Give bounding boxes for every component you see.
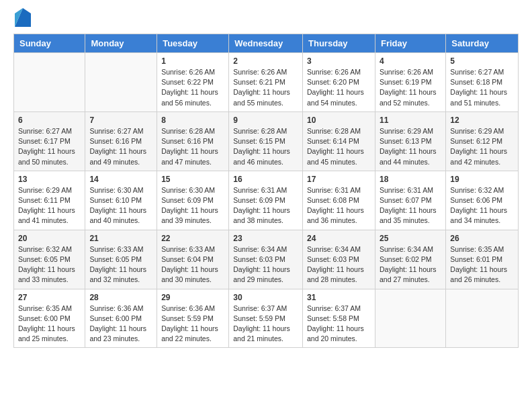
calendar-cell: 27Sunrise: 6:35 AM Sunset: 6:00 PM Dayli… <box>14 289 85 348</box>
calendar-cell: 13Sunrise: 6:29 AM Sunset: 6:11 PM Dayli… <box>14 171 85 230</box>
day-info: Sunrise: 6:31 AM Sunset: 6:08 PM Dayligh… <box>307 185 371 226</box>
day-info: Sunrise: 6:30 AM Sunset: 6:10 PM Dayligh… <box>89 185 152 226</box>
header-thursday: Thursday <box>303 34 375 53</box>
day-info: Sunrise: 6:31 AM Sunset: 6:07 PM Dayligh… <box>380 185 441 226</box>
calendar-cell: 15Sunrise: 6:30 AM Sunset: 6:09 PM Dayli… <box>157 171 229 230</box>
calendar-cell: 4Sunrise: 6:26 AM Sunset: 6:19 PM Daylig… <box>375 53 445 112</box>
header-friday: Friday <box>375 34 445 53</box>
day-info: Sunrise: 6:33 AM Sunset: 6:05 PM Dayligh… <box>89 244 152 285</box>
calendar-cell <box>14 53 85 112</box>
day-info: Sunrise: 6:26 AM Sunset: 6:21 PM Dayligh… <box>233 67 298 108</box>
calendar-cell <box>446 289 519 348</box>
calendar-cell <box>85 53 157 112</box>
day-number: 3 <box>307 56 371 66</box>
calendar-cell: 6Sunrise: 6:27 AM Sunset: 6:17 PM Daylig… <box>14 111 85 171</box>
day-number: 9 <box>233 116 298 125</box>
day-number: 12 <box>450 116 514 125</box>
day-info: Sunrise: 6:31 AM Sunset: 6:09 PM Dayligh… <box>233 185 298 226</box>
day-info: Sunrise: 6:34 AM Sunset: 6:03 PM Dayligh… <box>307 244 371 285</box>
day-info: Sunrise: 6:35 AM Sunset: 6:01 PM Dayligh… <box>450 244 514 285</box>
day-info: Sunrise: 6:33 AM Sunset: 6:04 PM Dayligh… <box>161 244 224 285</box>
logo <box>13 13 31 27</box>
day-info: Sunrise: 6:29 AM Sunset: 6:11 PM Dayligh… <box>18 185 81 226</box>
calendar-week-5: 27Sunrise: 6:35 AM Sunset: 6:00 PM Dayli… <box>14 289 519 348</box>
header-wednesday: Wednesday <box>229 34 303 53</box>
day-number: 4 <box>380 56 441 66</box>
day-info: Sunrise: 6:34 AM Sunset: 6:02 PM Dayligh… <box>380 244 441 285</box>
day-info: Sunrise: 6:37 AM Sunset: 5:58 PM Dayligh… <box>307 304 371 345</box>
day-info: Sunrise: 6:35 AM Sunset: 6:00 PM Dayligh… <box>18 304 81 345</box>
day-number: 6 <box>18 116 81 125</box>
calendar-cell: 26Sunrise: 6:35 AM Sunset: 6:01 PM Dayli… <box>446 230 519 289</box>
calendar-cell: 14Sunrise: 6:30 AM Sunset: 6:10 PM Dayli… <box>85 171 157 230</box>
day-number: 29 <box>161 293 224 302</box>
day-number: 13 <box>18 175 81 184</box>
calendar-cell: 25Sunrise: 6:34 AM Sunset: 6:02 PM Dayli… <box>375 230 445 289</box>
day-info: Sunrise: 6:36 AM Sunset: 6:00 PM Dayligh… <box>89 304 152 345</box>
calendar-cell: 19Sunrise: 6:32 AM Sunset: 6:06 PM Dayli… <box>446 171 519 230</box>
day-number: 7 <box>89 116 152 125</box>
logo-icon <box>15 8 31 27</box>
header-saturday: Saturday <box>446 34 519 53</box>
day-info: Sunrise: 6:28 AM Sunset: 6:15 PM Dayligh… <box>233 126 298 167</box>
day-number: 15 <box>161 175 224 184</box>
day-number: 23 <box>233 234 298 243</box>
day-number: 14 <box>89 175 152 184</box>
calendar-cell: 7Sunrise: 6:27 AM Sunset: 6:16 PM Daylig… <box>85 111 157 171</box>
day-number: 5 <box>450 56 514 66</box>
header-tuesday: Tuesday <box>157 34 229 53</box>
calendar-cell: 12Sunrise: 6:29 AM Sunset: 6:12 PM Dayli… <box>446 111 519 171</box>
day-info: Sunrise: 6:29 AM Sunset: 6:13 PM Dayligh… <box>380 126 441 167</box>
calendar-cell: 30Sunrise: 6:37 AM Sunset: 5:59 PM Dayli… <box>229 289 303 348</box>
calendar-cell: 9Sunrise: 6:28 AM Sunset: 6:15 PM Daylig… <box>229 111 303 171</box>
calendar-cell: 20Sunrise: 6:32 AM Sunset: 6:05 PM Dayli… <box>14 230 85 289</box>
calendar-cell: 3Sunrise: 6:26 AM Sunset: 6:20 PM Daylig… <box>303 53 375 112</box>
calendar-cell: 10Sunrise: 6:28 AM Sunset: 6:14 PM Dayli… <box>303 111 375 171</box>
day-info: Sunrise: 6:30 AM Sunset: 6:09 PM Dayligh… <box>161 185 224 226</box>
day-number: 31 <box>307 293 371 302</box>
day-number: 11 <box>380 116 441 125</box>
day-info: Sunrise: 6:28 AM Sunset: 6:14 PM Dayligh… <box>307 126 371 167</box>
day-number: 18 <box>380 175 441 184</box>
day-number: 28 <box>89 293 152 302</box>
page-header <box>13 13 519 27</box>
header-sunday: Sunday <box>14 34 85 53</box>
day-info: Sunrise: 6:28 AM Sunset: 6:16 PM Dayligh… <box>161 126 224 167</box>
day-info: Sunrise: 6:26 AM Sunset: 6:22 PM Dayligh… <box>161 67 224 108</box>
calendar-cell: 11Sunrise: 6:29 AM Sunset: 6:13 PM Dayli… <box>375 111 445 171</box>
calendar-cell: 29Sunrise: 6:36 AM Sunset: 5:59 PM Dayli… <box>157 289 229 348</box>
calendar-cell: 2Sunrise: 6:26 AM Sunset: 6:21 PM Daylig… <box>229 53 303 112</box>
day-number: 24 <box>307 234 371 243</box>
calendar-cell: 24Sunrise: 6:34 AM Sunset: 6:03 PM Dayli… <box>303 230 375 289</box>
calendar-cell: 5Sunrise: 6:27 AM Sunset: 6:18 PM Daylig… <box>446 53 519 112</box>
day-info: Sunrise: 6:34 AM Sunset: 6:03 PM Dayligh… <box>233 244 298 285</box>
day-info: Sunrise: 6:36 AM Sunset: 5:59 PM Dayligh… <box>161 304 224 345</box>
header-monday: Monday <box>85 34 157 53</box>
day-info: Sunrise: 6:26 AM Sunset: 6:19 PM Dayligh… <box>380 67 441 108</box>
day-info: Sunrise: 6:32 AM Sunset: 6:06 PM Dayligh… <box>450 185 514 226</box>
day-number: 16 <box>233 175 298 184</box>
day-info: Sunrise: 6:37 AM Sunset: 5:59 PM Dayligh… <box>233 304 298 345</box>
calendar-cell: 23Sunrise: 6:34 AM Sunset: 6:03 PM Dayli… <box>229 230 303 289</box>
day-number: 21 <box>89 234 152 243</box>
day-number: 19 <box>450 175 514 184</box>
calendar-cell: 31Sunrise: 6:37 AM Sunset: 5:58 PM Dayli… <box>303 289 375 348</box>
calendar-header-row: SundayMondayTuesdayWednesdayThursdayFrid… <box>14 34 519 53</box>
day-info: Sunrise: 6:32 AM Sunset: 6:05 PM Dayligh… <box>18 244 81 285</box>
day-number: 1 <box>161 56 224 66</box>
day-number: 20 <box>18 234 81 243</box>
day-number: 2 <box>233 56 298 66</box>
day-number: 30 <box>233 293 298 302</box>
day-info: Sunrise: 6:27 AM Sunset: 6:17 PM Dayligh… <box>18 126 81 167</box>
day-number: 22 <box>161 234 224 243</box>
day-number: 26 <box>450 234 514 243</box>
day-info: Sunrise: 6:29 AM Sunset: 6:12 PM Dayligh… <box>450 126 514 167</box>
calendar-cell: 1Sunrise: 6:26 AM Sunset: 6:22 PM Daylig… <box>157 53 229 112</box>
calendar-cell: 21Sunrise: 6:33 AM Sunset: 6:05 PM Dayli… <box>85 230 157 289</box>
day-number: 10 <box>307 116 371 125</box>
calendar-cell: 16Sunrise: 6:31 AM Sunset: 6:09 PM Dayli… <box>229 171 303 230</box>
calendar-week-2: 6Sunrise: 6:27 AM Sunset: 6:17 PM Daylig… <box>14 111 519 171</box>
calendar-week-4: 20Sunrise: 6:32 AM Sunset: 6:05 PM Dayli… <box>14 230 519 289</box>
calendar-week-1: 1Sunrise: 6:26 AM Sunset: 6:22 PM Daylig… <box>14 53 519 112</box>
calendar-cell: 28Sunrise: 6:36 AM Sunset: 6:00 PM Dayli… <box>85 289 157 348</box>
